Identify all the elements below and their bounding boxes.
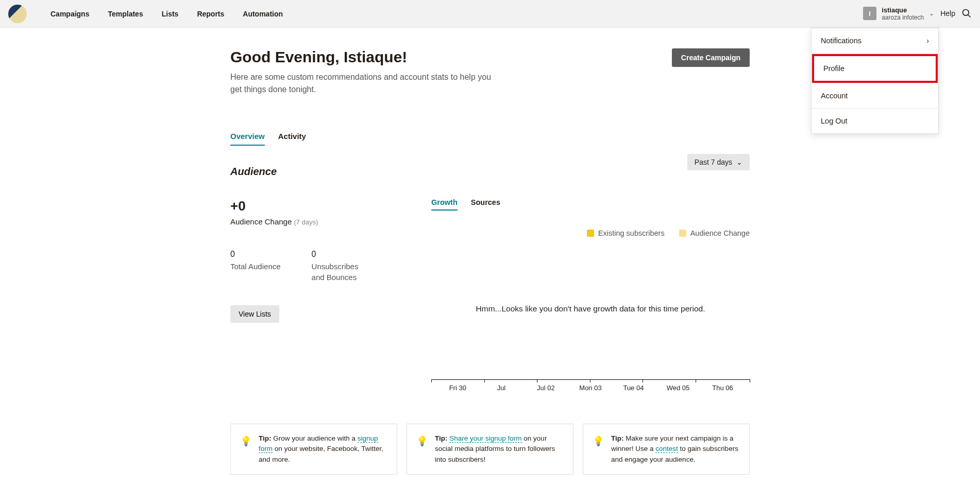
- tab-activity[interactable]: Activity: [278, 132, 306, 146]
- audience-change-period: (7 days): [294, 218, 318, 226]
- user-menu-toggle[interactable]: I istiaque aaroza infotech ⌄: [863, 6, 934, 22]
- nav-templates[interactable]: Templates: [98, 0, 152, 28]
- tip-text-2: on your website, Facebook, Twitter, and …: [259, 445, 383, 463]
- axis-tick: Jul 02: [537, 384, 555, 392]
- stat-label: Total Audience: [230, 261, 281, 272]
- greeting-subtitle: Here are some custom recommendations and…: [230, 71, 498, 96]
- axis-tick: Jul: [497, 384, 506, 392]
- tip-link[interactable]: Share your signup form: [449, 434, 521, 443]
- tip-card: 💡 Tip: Make sure your next campaign is a…: [583, 424, 750, 475]
- dropdown-account[interactable]: Account: [812, 83, 938, 109]
- dropdown-notifications-label: Notifications: [821, 37, 861, 45]
- axis-tick: Fri 30: [449, 384, 466, 392]
- stat-unsub-bounces: 0 Unsubscribes and Bounces: [312, 250, 374, 283]
- audience-header: Audience Past 7 days ⌄: [230, 146, 750, 178]
- chevron-down-icon: ⌄: [736, 158, 742, 166]
- audience-change-label: Audience Change (7 days): [230, 217, 390, 226]
- tab-overview[interactable]: Overview: [230, 132, 265, 146]
- chart-legend: Existing subscribers Audience Change: [431, 229, 750, 237]
- user-org: aaroza infotech: [882, 14, 924, 21]
- audience-change-label-text: Audience Change: [230, 217, 292, 226]
- dropdown-notifications[interactable]: Notifications ›: [812, 28, 938, 54]
- user-avatar: I: [863, 7, 876, 20]
- header-right: I istiaque aaroza infotech ⌄ Help: [863, 6, 972, 22]
- tip-link[interactable]: contest: [655, 445, 678, 453]
- stat-value: 0: [230, 250, 281, 259]
- greeting-title: Good Evening, Istiaque!: [230, 48, 498, 66]
- stat-label: Unsubscribes and Bounces: [312, 261, 374, 283]
- tip-prefix: Tip:: [611, 434, 624, 442]
- view-lists-button[interactable]: View Lists: [230, 305, 279, 323]
- legend-swatch-icon: [587, 230, 594, 237]
- nav-reports[interactable]: Reports: [188, 0, 233, 28]
- axis-tick: Thu 06: [712, 384, 733, 392]
- axis-tick: Tue 04: [623, 384, 644, 392]
- legend-swatch-icon: [679, 230, 686, 237]
- nav-campaigns[interactable]: Campaigns: [41, 0, 98, 28]
- dropdown-profile-label: Profile: [823, 64, 844, 73]
- top-header: Campaigns Templates Lists Reports Automa…: [0, 0, 980, 28]
- dashboard-tabs: Overview Activity: [230, 132, 750, 146]
- greeting-row: Good Evening, Istiaque! Here are some cu…: [230, 48, 750, 96]
- legend-change: Audience Change: [679, 229, 750, 237]
- user-text: istiaque aaroza infotech: [882, 6, 924, 22]
- subtab-growth[interactable]: Growth: [431, 198, 458, 211]
- legend-change-label: Audience Change: [690, 229, 750, 237]
- no-growth-data-message: Hmm...Looks like you don't have growth d…: [431, 304, 750, 313]
- legend-existing-label: Existing subscribers: [598, 229, 665, 237]
- tip-prefix: Tip:: [259, 434, 272, 442]
- axis-tick: Mon 03: [579, 384, 601, 392]
- help-link[interactable]: Help: [940, 9, 955, 18]
- lightbulb-icon: 💡: [593, 434, 604, 465]
- time-range-label: Past 7 days: [695, 158, 732, 166]
- stat-total-audience: 0 Total Audience: [230, 250, 281, 283]
- chart-x-axis: Fri 30 Jul Jul 02 Mon 03 Tue 04 Wed 05 T…: [431, 379, 750, 392]
- subtab-sources[interactable]: Sources: [471, 198, 500, 211]
- main-nav: Campaigns Templates Lists Reports Automa…: [41, 0, 292, 28]
- tip-text: Tip: Make sure your next campaign is a w…: [611, 433, 740, 465]
- legend-existing: Existing subscribers: [587, 229, 665, 237]
- growth-subtabs: Growth Sources: [431, 198, 750, 211]
- tip-prefix: Tip:: [435, 434, 448, 442]
- tip-text: Tip: Share your signup form on your soci…: [435, 433, 564, 465]
- user-dropdown: Notifications › Profile Account Log Out: [811, 28, 939, 134]
- nav-lists[interactable]: Lists: [153, 0, 188, 28]
- dropdown-profile[interactable]: Profile: [812, 54, 938, 83]
- tip-card: 💡 Tip: Share your signup form on your so…: [407, 424, 573, 475]
- stats-row: 0 Total Audience 0 Unsubscribes and Boun…: [230, 250, 390, 283]
- dropdown-logout[interactable]: Log Out: [812, 109, 938, 133]
- create-campaign-button[interactable]: Create Campaign: [672, 48, 750, 67]
- greeting-block: Good Evening, Istiaque! Here are some cu…: [230, 48, 498, 96]
- tip-card: 💡 Tip: Grow your audience with a signup …: [230, 424, 397, 475]
- axis-tick: Wed 05: [667, 384, 690, 392]
- main-container: Good Evening, Istiaque! Here are some cu…: [224, 48, 756, 475]
- chevron-right-icon: ›: [926, 37, 929, 45]
- lightbulb-icon: 💡: [416, 434, 428, 465]
- dropdown-account-label: Account: [821, 92, 848, 100]
- audience-title: Audience: [230, 166, 277, 178]
- tips-row: 💡 Tip: Grow your audience with a signup …: [230, 424, 750, 475]
- svg-line-1: [968, 15, 971, 18]
- search-icon[interactable]: [961, 8, 972, 19]
- audience-left: +0 Audience Change (7 days) 0 Total Audi…: [230, 198, 390, 392]
- time-range-selector[interactable]: Past 7 days ⌄: [687, 154, 750, 170]
- svg-point-0: [963, 10, 969, 16]
- dropdown-logout-label: Log Out: [821, 117, 848, 125]
- nav-automation[interactable]: Automation: [233, 0, 292, 28]
- lightbulb-icon: 💡: [240, 434, 251, 465]
- audience-change-value: +0: [230, 198, 390, 214]
- user-name: istiaque: [882, 6, 924, 14]
- mailchimp-logo[interactable]: [8, 5, 27, 23]
- audience-block: +0 Audience Change (7 days) 0 Total Audi…: [230, 198, 750, 392]
- stat-value: 0: [312, 250, 374, 259]
- tip-text-1: Grow your audience with a: [272, 434, 358, 442]
- audience-right: Growth Sources Existing subscribers Audi…: [431, 198, 750, 392]
- tip-text: Tip: Grow your audience with a signup fo…: [259, 433, 387, 465]
- chevron-down-icon: ⌄: [929, 10, 934, 17]
